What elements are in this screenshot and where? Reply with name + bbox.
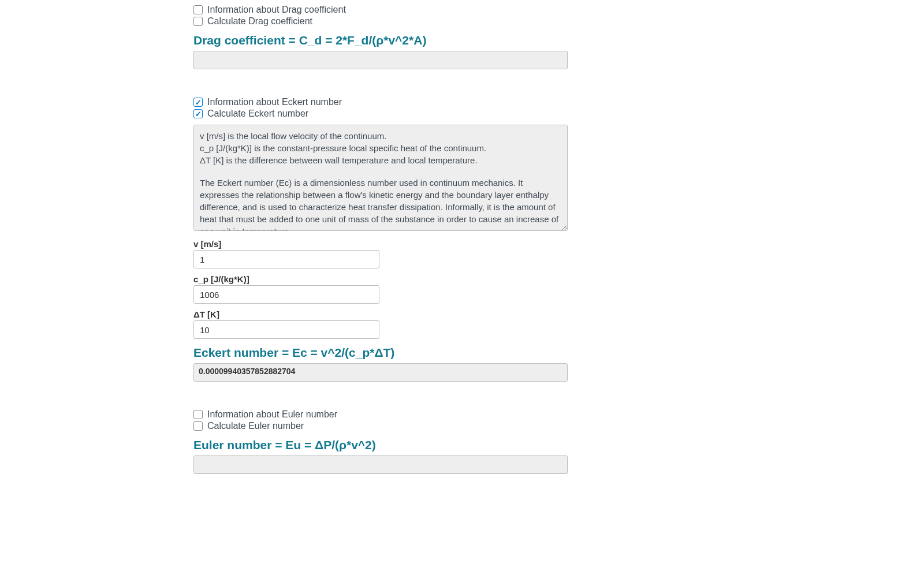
- drag-info-row: Information about Drag coefficient: [193, 5, 924, 15]
- drag-info-checkbox[interactable]: [193, 5, 203, 14]
- drag-formula-heading: Drag coefficient = C_d = 2*F_d/(ρ*v^2*A): [193, 33, 924, 47]
- euler-section: Information about Euler number Calculate…: [193, 409, 924, 474]
- eckert-formula-heading: Eckert number = Ec = v^2/(c_p*ΔT): [193, 346, 924, 360]
- drag-calc-label: Calculate Drag coefficient: [207, 16, 312, 27]
- eckert-cp-label: c_p [J/(kg*K)]: [193, 274, 924, 284]
- euler-formula-heading: Euler number = Eu = ΔP/(ρ*v^2): [193, 438, 924, 452]
- euler-result-box: [193, 455, 568, 474]
- eckert-info-row: Information about Eckert number: [193, 97, 924, 107]
- drag-calc-checkbox[interactable]: [193, 17, 203, 26]
- eckert-result-box: 0.00009940357852882704: [193, 363, 568, 382]
- euler-calc-checkbox[interactable]: [193, 421, 203, 431]
- drag-result-box: [193, 51, 568, 69]
- drag-section: Information about Drag coefficient Calcu…: [193, 5, 924, 69]
- euler-info-checkbox[interactable]: [193, 410, 203, 419]
- drag-calc-row: Calculate Drag coefficient: [193, 16, 924, 27]
- euler-calc-label: Calculate Euler number: [207, 421, 304, 431]
- euler-info-row: Information about Euler number: [193, 409, 924, 420]
- eckert-desc-line3: ΔT [K] is the difference between wall te…: [200, 154, 561, 166]
- eckert-section: Information about Eckert number Calculat…: [193, 97, 924, 382]
- drag-info-label: Information about Drag coefficient: [207, 5, 346, 15]
- eckert-v-input[interactable]: [193, 250, 379, 268]
- euler-calc-row: Calculate Euler number: [193, 421, 924, 431]
- eckert-desc-line2: c_p [J/(kg*K)] is the constant-pressure …: [200, 142, 561, 154]
- eckert-dt-label: ΔT [K]: [193, 309, 924, 319]
- eckert-calc-checkbox[interactable]: [193, 109, 203, 118]
- eckert-info-checkbox[interactable]: [193, 98, 203, 107]
- eckert-calc-label: Calculate Eckert number: [207, 109, 308, 119]
- eckert-cp-input[interactable]: [193, 285, 379, 304]
- eckert-dt-input[interactable]: [193, 320, 379, 339]
- eckert-desc-para: The Eckert number (Ec) is a dimensionles…: [200, 177, 561, 231]
- eckert-calc-row: Calculate Eckert number: [193, 109, 924, 119]
- eckert-desc-line1: v [m/s] is the local flow velocity of th…: [200, 130, 561, 142]
- eckert-info-textarea[interactable]: v [m/s] is the local flow velocity of th…: [193, 125, 568, 231]
- eckert-v-label: v [m/s]: [193, 239, 924, 249]
- eckert-info-label: Information about Eckert number: [207, 97, 342, 107]
- euler-info-label: Information about Euler number: [207, 409, 337, 420]
